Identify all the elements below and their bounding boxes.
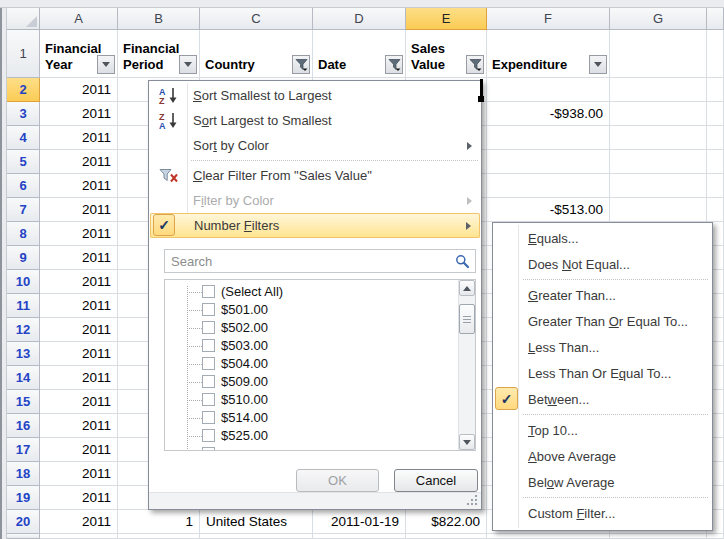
- cell-F21[interactable]: [487, 534, 610, 539]
- filter-value-item[interactable]: $525.00: [165, 427, 458, 445]
- row-header-1[interactable]: 1: [7, 30, 40, 78]
- checkbox[interactable]: [202, 393, 215, 406]
- cell-partial21[interactable]: [707, 534, 724, 539]
- menu-item-sort-smallest-to-largest[interactable]: AZSort Smallest to Largest: [149, 83, 481, 108]
- cell-A17[interactable]: 2011: [40, 438, 118, 462]
- cell-G2[interactable]: [610, 78, 707, 102]
- column-header-A[interactable]: A: [40, 8, 118, 30]
- filter-button-F[interactable]: [589, 55, 607, 74]
- header-cell-D1[interactable]: Date: [313, 30, 406, 78]
- resize-grip[interactable]: [467, 495, 478, 506]
- row-header-18[interactable]: 18: [7, 462, 40, 486]
- cell-G4[interactable]: [610, 126, 707, 150]
- cell-C20[interactable]: United States: [200, 510, 313, 534]
- filter-button-D[interactable]: [385, 55, 403, 74]
- header-cell-E1[interactable]: Sales Value: [406, 30, 487, 78]
- cell-A20[interactable]: 2011: [40, 510, 118, 534]
- cancel-button[interactable]: Cancel: [394, 469, 478, 492]
- scroll-up-button[interactable]: [459, 280, 475, 296]
- cell-F5[interactable]: [487, 150, 610, 174]
- submenu-item-custom-filter[interactable]: Custom Filter...: [493, 500, 712, 526]
- cell-A4[interactable]: 2011: [40, 126, 118, 150]
- column-header-F[interactable]: F: [487, 8, 610, 30]
- menu-item-number-filters[interactable]: ✓Number Filters: [150, 213, 480, 238]
- header-cell-B1[interactable]: Financial Period: [118, 30, 200, 78]
- header-cell-F1[interactable]: Expenditure: [487, 30, 610, 78]
- cell-A19[interactable]: 2011: [40, 486, 118, 510]
- filter-button-C[interactable]: [292, 55, 310, 74]
- filter-button-A[interactable]: [97, 55, 115, 74]
- filter-button-E[interactable]: [466, 55, 484, 74]
- row-header-15[interactable]: 15: [7, 390, 40, 414]
- fill-handle[interactable]: [478, 96, 484, 102]
- cell-partial5[interactable]: [707, 150, 724, 174]
- filter-value-item[interactable]: $501.00: [165, 301, 458, 319]
- cell-F4[interactable]: [487, 126, 610, 150]
- cell-F7[interactable]: -$513.00: [487, 198, 610, 222]
- cell-partial4[interactable]: [707, 126, 724, 150]
- checkbox[interactable]: [202, 321, 215, 334]
- cell-B21[interactable]: [118, 534, 200, 539]
- row-header-11[interactable]: 11: [7, 294, 40, 318]
- checkbox[interactable]: [202, 285, 215, 298]
- submenu-item-greater-than[interactable]: Greater Than...: [493, 282, 712, 308]
- cell-A7[interactable]: 2011: [40, 198, 118, 222]
- cell-A14[interactable]: 2011: [40, 366, 118, 390]
- cell-G3[interactable]: [610, 102, 707, 126]
- header-cell-C1[interactable]: Country: [200, 30, 313, 78]
- cell-A12[interactable]: 2011: [40, 318, 118, 342]
- filter-button-B[interactable]: [179, 55, 197, 74]
- ok-button[interactable]: OK: [296, 469, 379, 492]
- row-header-6[interactable]: 6: [7, 174, 40, 198]
- cell-A6[interactable]: 2011: [40, 174, 118, 198]
- cell-A9[interactable]: 2011: [40, 246, 118, 270]
- column-header-C[interactable]: C: [200, 8, 313, 30]
- cell-A10[interactable]: 2011: [40, 270, 118, 294]
- row-header-7[interactable]: 7: [7, 198, 40, 222]
- filter-value-item[interactable]: $502.00: [165, 319, 458, 337]
- column-header-partial[interactable]: [707, 8, 724, 30]
- cell-A2[interactable]: 2011: [40, 78, 118, 102]
- filter-value-item[interactable]: (Select All): [165, 283, 458, 301]
- menu-item-sort-by-color[interactable]: Sort by Color: [149, 133, 481, 158]
- cell-G7[interactable]: [610, 198, 707, 222]
- submenu-item-less-than-or-equal-to[interactable]: Less Than Or Equal To...: [493, 360, 712, 386]
- cell-F2[interactable]: [487, 78, 610, 102]
- filter-value-item[interactable]: $504.00: [165, 355, 458, 373]
- cell-A16[interactable]: 2011: [40, 414, 118, 438]
- cell-partial6[interactable]: [707, 174, 724, 198]
- filter-value-item[interactable]: $503.00: [165, 337, 458, 355]
- scroll-down-button[interactable]: [459, 434, 475, 450]
- submenu-item-above-average[interactable]: Above Average: [493, 443, 712, 469]
- row-header-10[interactable]: 10: [7, 270, 40, 294]
- header-cell-G1[interactable]: [610, 30, 707, 78]
- cell-A13[interactable]: 2011: [40, 342, 118, 366]
- row-header-8[interactable]: 8: [7, 222, 40, 246]
- row-header-3[interactable]: 3: [7, 102, 40, 126]
- row-header-4[interactable]: 4: [7, 126, 40, 150]
- row-header-9[interactable]: 9: [7, 246, 40, 270]
- row-header-14[interactable]: 14: [7, 366, 40, 390]
- submenu-item-does-not-equal[interactable]: Does Not Equal...: [493, 251, 712, 277]
- cell-E21[interactable]: [406, 534, 487, 539]
- cell-partial2[interactable]: [707, 78, 724, 102]
- header-cell-A1[interactable]: Financial Year: [40, 30, 118, 78]
- column-header-G[interactable]: G: [610, 8, 707, 30]
- cell-A3[interactable]: 2011: [40, 102, 118, 126]
- column-header-E[interactable]: E: [406, 8, 487, 30]
- cell-A11[interactable]: 2011: [40, 294, 118, 318]
- cell-D21[interactable]: [313, 534, 406, 539]
- row-header-20[interactable]: 20: [7, 510, 40, 534]
- column-header-D[interactable]: D: [313, 8, 406, 30]
- cell-partial7[interactable]: [707, 198, 724, 222]
- row-header-21[interactable]: [7, 534, 40, 539]
- cell-A18[interactable]: 2011: [40, 462, 118, 486]
- row-header-17[interactable]: 17: [7, 438, 40, 462]
- cell-C21[interactable]: [200, 534, 313, 539]
- row-header-5[interactable]: 5: [7, 150, 40, 174]
- value-list-scrollbar[interactable]: [458, 280, 475, 450]
- submenu-item-greater-than-or-equal-to[interactable]: Greater Than Or Equal To...: [493, 308, 712, 334]
- cell-A8[interactable]: 2011: [40, 222, 118, 246]
- submenu-item-equals[interactable]: Equals...: [493, 225, 712, 251]
- submenu-item-between[interactable]: ✓Between...: [493, 386, 712, 412]
